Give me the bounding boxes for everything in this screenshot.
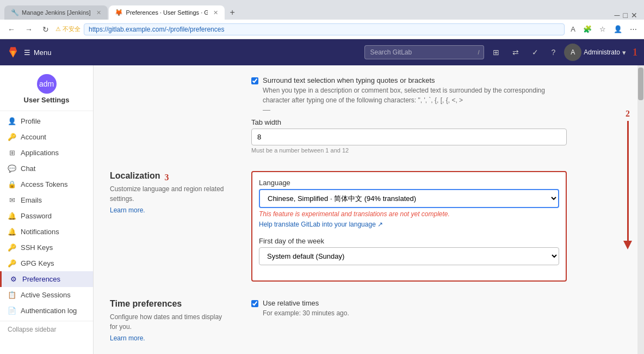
close-button[interactable]: ✕ [631,11,637,20]
security-warning: ⚠ 不安全 [55,25,81,33]
search-shortcut: / [478,49,479,56]
surround-section-left [110,76,230,162]
first-day-select[interactable]: System default (Sunday)MondaySaturdaySun… [259,247,559,265]
topbar-home-icon[interactable]: ⊞ [488,45,504,60]
sidebar-item-notifications-label: Notifications [21,228,59,236]
sidebar: adm User Settings 👤 Profile 🔑 Account ⊞ … [0,65,94,354]
sidebar-item-password-label: Password [21,212,52,220]
topbar-merge-icon[interactable]: ⇄ [508,45,523,60]
sidebar-item-auth-log[interactable]: 📄 Authentication log [0,303,93,319]
sidebar-item-preferences[interactable]: ⚙ Preferences [0,271,93,287]
profile-icon[interactable]: 👤 [611,23,625,35]
preferences-icon: ⚙ [9,275,18,283]
minimize-button[interactable]: ─ [615,11,620,20]
sidebar-item-access-tokens[interactable]: 🔒 Access Tokens [0,176,93,192]
sidebar-item-chat-label: Chat [21,164,35,173]
relative-times-checkbox[interactable] [251,300,258,307]
topbar-user-area[interactable]: A Administrato ▾ [564,44,626,61]
topbar-dropdown-icon: ▾ [622,48,626,57]
language-group: Language Chinese, Simplified · 简体中文 (94%… [259,179,559,228]
main-layout: adm User Settings 👤 Profile 🔑 Account ⊞ … [0,65,644,354]
scrollbar-thumb[interactable] [638,68,643,100]
password-icon: 🔔 [8,212,16,220]
collapse-sidebar[interactable]: Collapse sidebar [0,321,93,338]
sidebar-item-profile[interactable]: 👤 Profile [0,113,93,129]
sidebar-item-gpg-keys[interactable]: 🔑 GPG Keys [0,255,93,271]
topbar-todo-icon[interactable]: ✓ [528,45,543,60]
new-tab-button[interactable]: + [226,5,239,20]
time-preferences-section: Time preferences Configure how dates and… [110,299,567,342]
scrollbar-track[interactable] [637,65,644,354]
active-sessions-icon: 📋 [8,291,16,299]
tab-width-group: Tab width Must be a number between 1 and… [251,118,567,154]
translate-link[interactable]: Help translate GitLab into your language… [259,221,383,228]
gpg-keys-icon: 🔑 [8,259,16,267]
sidebar-item-emails[interactable]: ✉ Emails [0,192,93,208]
ssh-keys-icon: 🔑 [8,243,16,252]
localization-section-left: Localization 3 Customize language and re… [110,171,230,282]
account-icon: 🔑 [8,133,16,141]
tab-jenkins-label: Manage Jenkins [Jenkins] [22,9,91,16]
topbar-help-icon[interactable]: ? [547,45,560,60]
relative-times-label: Use relative times [263,299,349,307]
sidebar-item-applications[interactable]: ⊞ Applications [0,145,93,161]
sidebar-item-chat[interactable]: 💬 Chat [0,161,93,176]
gitlab-topbar: ☰ Menu / ⊞ ⇄ ✓ ? A Administrato ▾ 1 [0,39,644,65]
localization-learn-more[interactable]: Learn more. [110,206,145,214]
applications-icon: ⊞ [8,149,16,157]
tab-gitlab[interactable]: 🦊 Preferences · User Settings · Git... ✕ [109,5,225,20]
tab-jenkins[interactable]: 🔧 Manage Jenkins [Jenkins] ✕ [4,5,108,20]
tab-close-gitlab[interactable]: ✕ [213,9,218,16]
more-options-icon[interactable]: ⋯ [627,23,640,35]
tab-close-jenkins[interactable]: ✕ [96,9,101,16]
topbar-avatar: A [564,44,581,61]
annotation-1: 1 [633,47,637,58]
extensions-icon[interactable]: 🧩 [580,23,595,35]
time-section-right: Use relative times For example: 30 minut… [251,299,567,342]
tab-width-input[interactable] [251,129,567,145]
tab-width-label: Tab width [251,118,567,126]
time-preferences-desc: Configure how dates and times display fo… [110,312,230,332]
sidebar-avatar: adm [37,74,57,94]
sidebar-item-auth-log-label: Authentication log [21,307,77,315]
sidebar-item-emails-label: Emails [21,196,42,204]
time-preferences-title: Time preferences [110,299,230,309]
sidebar-item-profile-label: Profile [21,117,41,125]
forward-button[interactable]: → [22,23,36,36]
sidebar-item-notifications[interactable]: 🔔 Notifications [0,224,93,240]
first-day-label: First day of the week [259,237,559,245]
maximize-button[interactable]: □ [623,11,628,20]
favorites-icon[interactable]: ☆ [597,23,609,35]
surround-checkbox-label: Surround text selection when typing quot… [263,76,567,84]
sidebar-user-header: adm User Settings [0,70,93,111]
sidebar-item-applications-label: Applications [21,149,59,157]
language-select[interactable]: Chinese, Simplified · 简体中文 (94% translat… [259,189,559,208]
translate-icon[interactable]: A [568,23,578,35]
time-learn-more[interactable]: Learn more. [110,334,145,342]
profile-icon: 👤 [8,117,16,125]
sidebar-item-ssh-keys[interactable]: 🔑 SSH Keys [0,240,93,255]
annotation-3: 3 [164,173,169,182]
sidebar-item-password[interactable]: 🔔 Password [0,208,93,224]
surround-section-right: Surround text selection when typing quot… [251,76,567,162]
auth-log-icon: 📄 [8,307,16,315]
topbar-admin-label: Administrato [584,48,620,56]
localization-section-right: Language Chinese, Simplified · 简体中文 (94%… [251,171,567,282]
sidebar-item-account[interactable]: 🔑 Account [0,129,93,145]
experimental-warning: This feature is experimental and transla… [259,210,559,218]
sidebar-item-gpg-keys-label: GPG Keys [21,259,54,267]
localization-title: Localization [110,171,160,181]
sidebar-item-active-sessions[interactable]: 📋 Active Sessions [0,287,93,303]
menu-button[interactable]: ☰ Menu [24,48,52,57]
tab-gitlab-label: Preferences · User Settings · Git... [126,9,208,16]
url-bar[interactable] [84,23,565,35]
sidebar-item-preferences-label: Preferences [22,275,60,283]
back-button[interactable]: ← [4,23,18,36]
sidebar-item-access-tokens-label: Access Tokens [21,180,67,188]
search-input[interactable] [364,45,484,59]
menu-label: Menu [34,48,52,57]
chat-icon: 💬 [8,164,16,173]
surround-checkbox[interactable] [251,77,258,84]
tab-width-hint: Must be a number between 1 and 12 [251,147,567,154]
refresh-button[interactable]: ↻ [39,23,52,36]
